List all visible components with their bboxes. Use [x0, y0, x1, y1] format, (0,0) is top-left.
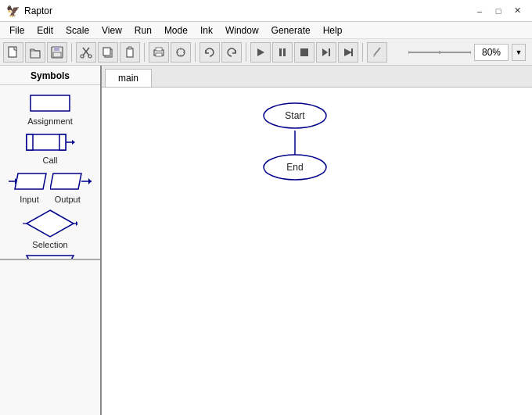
properties-area	[0, 259, 100, 415]
svg-marker-38	[72, 140, 75, 145]
title-bar: 🦅 Raptor – □ ✕	[0, 0, 532, 22]
flowchart-connectors	[102, 88, 532, 415]
menu-scale[interactable]: Scale	[59, 22, 95, 39]
zoom-input[interactable]	[474, 44, 509, 61]
symbols-panel: Assignment Call	[0, 85, 100, 259]
zoom-slider-track[interactable]	[408, 48, 471, 56]
app-title: Raptor	[24, 5, 52, 16]
svg-rect-3	[53, 52, 61, 57]
menu-file[interactable]: File	[3, 22, 31, 39]
zoom-area: ▼	[408, 44, 526, 61]
title-bar-left: 🦅 Raptor	[6, 5, 52, 17]
input-icon	[7, 170, 50, 193]
redo-button[interactable]	[221, 42, 242, 63]
separator-2	[144, 43, 145, 62]
svg-rect-11	[128, 47, 131, 49]
output-icon	[50, 170, 93, 193]
svg-rect-21	[279, 48, 282, 56]
main-area: Symbols Assignment	[0, 66, 532, 415]
svg-rect-13	[156, 48, 162, 51]
output-label: Output	[55, 195, 81, 204]
end-node[interactable]: End	[262, 153, 328, 181]
tabs-bar: main	[102, 66, 532, 88]
separator-5	[362, 43, 363, 62]
svg-text:End: End	[286, 162, 303, 173]
app-icon: 🦅	[6, 5, 20, 17]
menu-mode[interactable]: Mode	[158, 22, 194, 39]
svg-rect-23	[300, 48, 308, 56]
assignment-label: Assignment	[27, 116, 72, 126]
window-controls: – □ ✕	[471, 3, 526, 19]
svg-rect-25	[329, 48, 330, 56]
svg-text:Start: Start	[285, 110, 305, 121]
separator-3	[195, 43, 196, 62]
symbols-area: Symbols Assignment	[0, 66, 100, 259]
input-label: Input	[20, 195, 38, 204]
svg-marker-45	[27, 210, 74, 237]
assignment-icon	[27, 91, 74, 115]
undo-button[interactable]	[200, 42, 220, 63]
diagram-canvas[interactable]: Start End	[102, 88, 532, 415]
play-button[interactable]	[250, 42, 271, 63]
svg-rect-14	[156, 53, 162, 56]
new-button[interactable]	[3, 42, 23, 63]
step-button[interactable]	[316, 42, 336, 63]
svg-marker-48	[76, 221, 77, 226]
menu-generate[interactable]: Generate	[265, 22, 317, 39]
selection-label: Selection	[32, 240, 67, 249]
pause-button[interactable]	[272, 42, 293, 63]
svg-marker-20	[257, 48, 264, 56]
start-node[interactable]: Start	[262, 102, 328, 130]
scale-button[interactable]	[171, 42, 191, 63]
minimize-button[interactable]: –	[471, 3, 488, 19]
svg-marker-26	[344, 48, 352, 56]
cut-button[interactable]	[76, 42, 96, 63]
menu-edit[interactable]: Edit	[31, 22, 59, 39]
call-label: Call	[43, 156, 58, 165]
io-labels: Input Output	[20, 195, 81, 204]
io-icons	[7, 170, 93, 193]
svg-rect-35	[27, 134, 33, 150]
menu-help[interactable]: Help	[317, 22, 349, 39]
sidebar-container: Symbols Assignment	[0, 66, 102, 415]
menu-bar: File Edit Scale View Run Mode Ink Window…	[0, 22, 532, 39]
symbols-header: Symbols	[0, 66, 100, 85]
svg-marker-41	[15, 174, 46, 189]
canvas-area: main Start End	[102, 66, 532, 415]
separator-4	[246, 43, 246, 62]
watch-button[interactable]	[338, 42, 358, 63]
save-button[interactable]	[47, 42, 67, 63]
copy-button[interactable]	[98, 42, 118, 63]
svg-line-28	[374, 48, 380, 55]
selection-icon	[23, 209, 77, 238]
ink-button[interactable]	[367, 42, 387, 63]
assignment-symbol[interactable]: Assignment	[27, 91, 74, 126]
menu-view[interactable]: View	[95, 22, 128, 39]
zoom-dropdown-button[interactable]: ▼	[512, 44, 526, 61]
svg-rect-22	[283, 48, 286, 56]
toolbar: ▼	[0, 39, 532, 66]
selection-symbol[interactable]: Selection	[23, 209, 77, 249]
svg-marker-42	[50, 174, 81, 189]
end-oval: End	[262, 153, 328, 181]
call-symbol[interactable]: Call	[23, 131, 77, 165]
print-button[interactable]	[149, 42, 169, 63]
svg-rect-36	[59, 134, 66, 150]
separator-1	[71, 43, 72, 62]
open-button[interactable]	[25, 42, 45, 63]
svg-rect-10	[127, 48, 133, 57]
svg-rect-2	[54, 47, 59, 51]
svg-point-6	[81, 55, 84, 58]
paste-button[interactable]	[120, 42, 140, 63]
menu-window[interactable]: Window	[219, 22, 265, 39]
call-icon	[23, 131, 77, 154]
menu-ink[interactable]: Ink	[194, 22, 219, 39]
tab-main[interactable]: main	[105, 69, 152, 87]
stop-button[interactable]	[294, 42, 315, 63]
io-symbol[interactable]: Input Output	[7, 170, 93, 204]
svg-rect-9	[103, 48, 110, 55]
svg-marker-44	[88, 178, 92, 184]
close-button[interactable]: ✕	[509, 3, 526, 19]
maximize-button[interactable]: □	[490, 3, 507, 19]
menu-run[interactable]: Run	[128, 22, 158, 39]
